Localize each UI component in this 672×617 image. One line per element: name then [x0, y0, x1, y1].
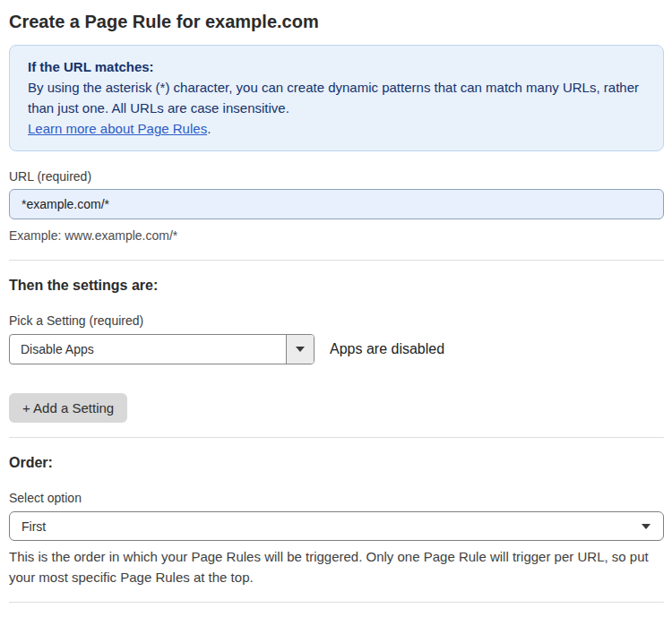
pick-setting-label: Pick a Setting (required): [9, 313, 664, 328]
setting-select[interactable]: Disable Apps: [9, 334, 314, 364]
setting-row: Disable Apps Apps are disabled: [9, 334, 664, 364]
order-select[interactable]: First: [9, 511, 664, 541]
add-setting-button[interactable]: + Add a Setting: [9, 393, 127, 423]
order-select-value: First: [22, 519, 46, 534]
setting-status-text: Apps are disabled: [330, 341, 444, 357]
url-example-text: Example: www.example.com/*: [9, 226, 664, 245]
link-suffix: .: [207, 121, 211, 136]
info-box-link-line: Learn more about Page Rules.: [28, 118, 645, 139]
learn-more-link[interactable]: Learn more about Page Rules: [28, 121, 207, 136]
divider: [9, 602, 664, 603]
divider: [9, 260, 664, 261]
setting-select-value: Disable Apps: [10, 335, 286, 364]
order-select-label: Select option: [9, 491, 664, 505]
settings-section-heading: Then the settings are:: [9, 278, 664, 294]
page-rule-form: Create a Page Rule for example.com If th…: [0, 0, 672, 617]
info-box-heading: If the URL matches:: [28, 56, 645, 77]
url-input[interactable]: [9, 189, 664, 219]
setting-select-arrow-button[interactable]: [286, 335, 314, 364]
order-helper-text: This is the order in which your Page Rul…: [9, 546, 663, 587]
url-field-label: URL (required): [9, 169, 664, 184]
info-box-body: By using the asterisk (*) character, you…: [28, 77, 645, 118]
divider: [9, 437, 664, 438]
order-section-heading: Order:: [9, 455, 664, 471]
chevron-down-icon: [296, 347, 305, 352]
page-title: Create a Page Rule for example.com: [9, 9, 664, 34]
url-match-info-box: If the URL matches: By using the asteris…: [9, 45, 664, 151]
chevron-down-icon: [642, 524, 650, 529]
